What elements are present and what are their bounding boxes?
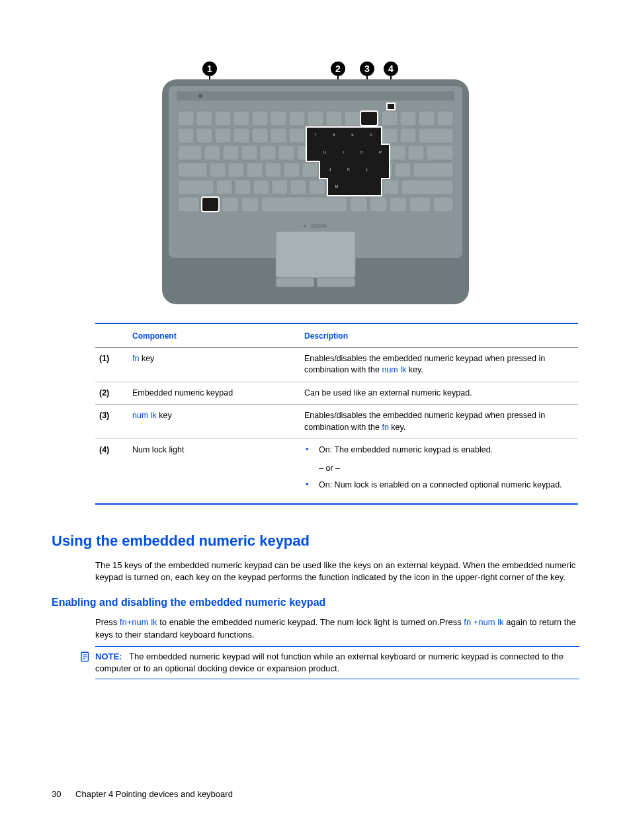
- heading-enabling: Enabling and disabling the embedded nume…: [52, 595, 579, 610]
- svg-rect-59: [178, 163, 207, 177]
- svg-rect-75: [253, 180, 269, 194]
- svg-rect-57: [408, 146, 424, 160]
- table-row: (3) num lk key Enables/disables the embe…: [95, 405, 578, 439]
- svg-rect-86: [222, 197, 239, 212]
- svg-rect-72: [178, 180, 214, 194]
- svg-rect-65: [302, 163, 318, 177]
- para-enabling: Press fn+num lk to enable the embedded n…: [95, 616, 579, 640]
- svg-rect-27: [382, 111, 398, 126]
- svg-rect-73: [216, 180, 232, 194]
- svg-rect-36: [271, 128, 286, 143]
- svg-rect-113: [310, 224, 327, 228]
- svg-rect-89: [350, 197, 367, 212]
- svg-rect-74: [235, 180, 251, 194]
- svg-rect-111: [317, 278, 355, 287]
- svg-rect-77: [290, 180, 306, 194]
- svg-text:U: U: [323, 150, 326, 154]
- svg-rect-94: [202, 197, 219, 212]
- svg-text:2: 2: [335, 63, 341, 74]
- svg-rect-60: [210, 163, 226, 177]
- svg-text:P: P: [379, 150, 382, 154]
- svg-rect-46: [204, 146, 220, 160]
- svg-rect-49: [260, 146, 276, 160]
- svg-rect-91: [390, 197, 407, 212]
- svg-rect-93: [433, 197, 453, 212]
- svg-point-112: [304, 225, 306, 228]
- para-using-keypad: The 15 keys of the embedded numeric keyp…: [95, 560, 579, 583]
- svg-rect-95: [360, 111, 378, 126]
- svg-rect-45: [178, 146, 202, 160]
- svg-rect-32: [196, 128, 212, 143]
- svg-rect-42: [382, 128, 398, 143]
- svg-rect-76: [272, 180, 288, 194]
- svg-rect-58: [427, 146, 453, 160]
- svg-rect-78: [309, 180, 325, 194]
- svg-rect-24: [326, 111, 342, 126]
- svg-rect-35: [252, 128, 268, 143]
- svg-rect-64: [284, 163, 300, 177]
- svg-rect-43: [400, 128, 416, 143]
- heading-using-keypad: Using the embedded numeric keypad: [52, 531, 579, 552]
- svg-rect-87: [241, 197, 259, 212]
- svg-rect-18: [215, 111, 231, 126]
- svg-rect-30: [437, 111, 453, 126]
- note-icon: [79, 651, 91, 663]
- note-block: NOTE: The embedded numeric keypad will n…: [95, 646, 579, 679]
- component-table: Component Description (1) fn key Enables…: [95, 323, 578, 505]
- svg-rect-17: [196, 111, 212, 126]
- svg-rect-44: [419, 128, 453, 143]
- svg-text:4: 4: [388, 63, 394, 74]
- svg-rect-34: [233, 128, 249, 143]
- svg-rect-21: [271, 111, 286, 126]
- svg-rect-92: [409, 197, 431, 212]
- svg-point-15: [198, 94, 202, 98]
- svg-rect-31: [178, 128, 194, 143]
- svg-text:O: O: [360, 150, 364, 154]
- svg-text:M: M: [335, 185, 339, 189]
- svg-rect-110: [276, 278, 314, 287]
- svg-rect-71: [413, 163, 453, 177]
- svg-text:J: J: [329, 167, 331, 171]
- svg-rect-83: [401, 180, 453, 194]
- svg-rect-96: [387, 103, 395, 110]
- svg-rect-109: [276, 231, 355, 278]
- svg-rect-84: [178, 197, 199, 212]
- svg-rect-22: [289, 111, 305, 126]
- svg-rect-90: [370, 197, 387, 212]
- header-description: Description: [300, 323, 578, 347]
- svg-rect-16: [178, 111, 194, 126]
- page-footer: 30 Chapter 4 Pointing devices and keyboa…: [52, 788, 233, 800]
- table-row: (1) fn key Enables/disables the embedded…: [95, 347, 578, 382]
- table-row: (4) Num lock light On: The embedded nume…: [95, 439, 578, 504]
- svg-rect-50: [278, 146, 294, 160]
- svg-rect-25: [345, 111, 360, 126]
- svg-rect-29: [419, 111, 435, 126]
- svg-rect-37: [289, 128, 305, 143]
- keyboard-diagram: 1 2 3 4: [157, 60, 474, 311]
- svg-rect-48: [241, 146, 257, 160]
- svg-rect-28: [400, 111, 416, 126]
- header-component: Component: [128, 323, 300, 347]
- note-label: NOTE:: [95, 651, 122, 661]
- svg-rect-47: [223, 146, 239, 160]
- svg-rect-56: [390, 146, 405, 160]
- page-number: 30: [52, 789, 61, 799]
- note-text: The embedded numeric keypad will not fun…: [95, 651, 564, 673]
- svg-rect-20: [252, 111, 268, 126]
- svg-rect-70: [395, 163, 411, 177]
- chapter-title: Chapter 4 Pointing devices and keyboard: [75, 789, 233, 799]
- svg-rect-63: [265, 163, 281, 177]
- svg-rect-33: [215, 128, 231, 143]
- svg-rect-14: [177, 91, 454, 101]
- table-row: (2) Embedded numeric keypad Can be used …: [95, 382, 578, 405]
- svg-rect-62: [247, 163, 263, 177]
- svg-rect-88: [261, 197, 347, 212]
- svg-text:1: 1: [207, 63, 212, 74]
- svg-text:K: K: [347, 167, 350, 171]
- svg-rect-19: [233, 111, 249, 126]
- svg-rect-61: [228, 163, 244, 177]
- svg-rect-23: [308, 111, 323, 126]
- svg-rect-82: [383, 180, 399, 194]
- svg-text:3: 3: [364, 63, 370, 74]
